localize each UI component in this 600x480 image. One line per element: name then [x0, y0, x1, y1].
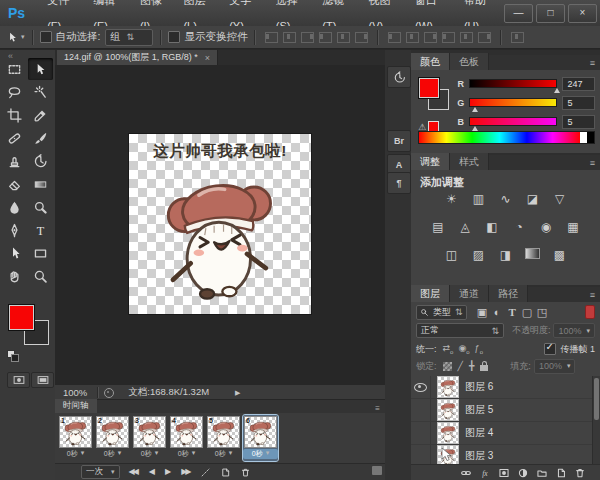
layer-name[interactable]: 图层 3: [465, 449, 493, 463]
channel-value[interactable]: 247: [562, 77, 595, 91]
layer-filter-dropdown[interactable]: 类型 ⇅: [416, 305, 467, 320]
next-frame-button[interactable]: ▶▶: [181, 467, 191, 477]
panel-menu-icon[interactable]: ≡: [590, 58, 600, 70]
layer-name[interactable]: 图层 6: [465, 380, 493, 394]
path-selection-tool[interactable]: [2, 242, 27, 264]
tool-preset-picker[interactable]: ▾: [6, 31, 25, 44]
rectangular-marquee-tool[interactable]: [2, 58, 27, 80]
default-colors-icon[interactable]: [7, 350, 19, 362]
type-layer-filter-icon[interactable]: T: [505, 306, 520, 319]
invert-icon[interactable]: ◫: [443, 248, 460, 262]
animation-frame-6[interactable]: 60秒▾: [243, 415, 278, 461]
adjustment-icon[interactable]: [517, 467, 529, 479]
frame-duration[interactable]: 0秒▾: [132, 449, 167, 459]
clone-stamp-tool[interactable]: [2, 150, 27, 172]
group-icon[interactable]: [536, 467, 548, 479]
black-white-icon[interactable]: ◧: [484, 220, 501, 234]
brush-tool[interactable]: [28, 127, 53, 149]
crop-tool[interactable]: [2, 104, 27, 126]
frame-thumbnail[interactable]: 2: [97, 417, 128, 447]
exposure-icon[interactable]: ◪: [524, 192, 541, 206]
timeline-scrollbar[interactable]: [372, 466, 382, 475]
layers-tab[interactable]: 通道: [450, 285, 489, 302]
blend-mode-dropdown[interactable]: 正常 ⇅: [416, 323, 504, 338]
layer-row[interactable]: 图层 4: [411, 422, 593, 445]
rectangle-shape-tool[interactable]: [28, 242, 53, 264]
channel-slider[interactable]: [469, 117, 557, 126]
threshold-icon[interactable]: ◨: [497, 248, 514, 262]
play-button[interactable]: ▶: [165, 467, 171, 477]
tab-close-icon[interactable]: ×: [205, 53, 210, 63]
history-brush-tool[interactable]: [28, 150, 53, 172]
minimize-button[interactable]: —: [504, 4, 533, 23]
frame-thumbnail[interactable]: 3: [134, 417, 165, 447]
frame-thumbnail[interactable]: 5: [208, 417, 239, 447]
unify-position-icon[interactable]: ⇄o: [443, 343, 454, 355]
frame-thumbnail[interactable]: 1: [60, 417, 91, 447]
animation-frame-1[interactable]: 10秒▾: [58, 415, 93, 461]
layer-row[interactable]: 图层 5: [411, 399, 593, 422]
filter-toggle[interactable]: [585, 305, 595, 319]
frame-duration[interactable]: 0秒▾: [206, 449, 241, 459]
link-icon[interactable]: [460, 467, 472, 479]
frame-duration[interactable]: 0秒▾: [95, 449, 130, 459]
history-panel-icon[interactable]: [387, 66, 411, 88]
show-transform-checkbox[interactable]: [168, 31, 180, 43]
vibrance-icon[interactable]: ▽: [551, 192, 568, 206]
channel-mixer-icon[interactable]: ◉: [538, 220, 555, 234]
magic-wand-tool[interactable]: [28, 81, 53, 103]
visibility-toggle[interactable]: [411, 422, 431, 444]
panel-menu-icon[interactable]: ≡: [590, 290, 600, 302]
layer-thumbnail[interactable]: [438, 377, 458, 397]
animation-frame-4[interactable]: 40秒▾: [169, 415, 204, 461]
frame-thumbnail[interactable]: 6: [245, 417, 276, 447]
slider-marker-icon[interactable]: [554, 88, 560, 93]
smart-object-filter-icon[interactable]: ◳: [535, 306, 550, 319]
color-tab[interactable]: 色板: [450, 53, 489, 70]
lock-pixels-icon[interactable]: ╱: [458, 361, 463, 371]
photo-filter-icon[interactable]: ◔: [511, 220, 528, 234]
hue-saturation-icon[interactable]: ▤: [430, 220, 447, 234]
animation-frame-2[interactable]: 20秒▾: [95, 415, 130, 461]
channel-value[interactable]: 5: [562, 96, 595, 110]
panel-menu-icon[interactable]: ≡: [375, 404, 385, 413]
quick-mask-button[interactable]: [7, 372, 30, 388]
channel-value[interactable]: 5: [562, 115, 595, 129]
tween-button[interactable]: [200, 467, 211, 478]
color-balance-icon[interactable]: ◬: [457, 220, 474, 234]
lasso-tool[interactable]: [2, 81, 27, 103]
channel-slider[interactable]: [469, 98, 557, 107]
propagate-frame-checkbox[interactable]: [544, 343, 556, 355]
color-lookup-icon[interactable]: ▦: [565, 220, 582, 234]
gradient-map-icon[interactable]: [524, 248, 541, 262]
delete-icon[interactable]: [574, 467, 586, 479]
lock-all-icon[interactable]: [480, 365, 488, 371]
visibility-toggle[interactable]: [411, 376, 431, 398]
mask-icon[interactable]: [498, 467, 510, 479]
slider-marker-icon[interactable]: [472, 107, 478, 112]
type-tool[interactable]: T: [28, 219, 53, 241]
foreground-color-swatch[interactable]: [418, 77, 440, 99]
color-tab[interactable]: 颜色: [411, 53, 450, 70]
foreground-color-swatch[interactable]: [8, 304, 35, 331]
color-spectrum-ramp[interactable]: [418, 131, 595, 144]
layers-scrollbar[interactable]: [592, 376, 600, 464]
close-button[interactable]: ×: [568, 4, 597, 23]
animation-frame-5[interactable]: 50秒▾: [206, 415, 241, 461]
new-layer-icon[interactable]: [555, 467, 567, 479]
unify-style-icon[interactable]: ƒo: [475, 343, 483, 355]
toolbar-collapse-chevron[interactable]: «: [8, 51, 12, 61]
layers-tab[interactable]: 图层: [411, 285, 450, 302]
visibility-toggle[interactable]: [411, 399, 431, 421]
first-frame-button[interactable]: ◀◀: [129, 467, 139, 477]
adjustments-tab[interactable]: 调整: [411, 153, 450, 170]
auto-select-checkbox[interactable]: [40, 31, 52, 43]
layer-thumbnail[interactable]: [438, 400, 458, 420]
delete-frame-button[interactable]: [240, 467, 251, 478]
pixel-layer-filter-icon[interactable]: ▣: [475, 306, 490, 319]
panel-menu-icon[interactable]: ≡: [590, 158, 600, 170]
lock-position-icon[interactable]: ╋: [469, 361, 474, 371]
frame-duration[interactable]: 0秒▾: [243, 449, 278, 459]
adjustments-tab[interactable]: 样式: [450, 153, 489, 170]
zoom-level[interactable]: 100%: [55, 387, 97, 398]
